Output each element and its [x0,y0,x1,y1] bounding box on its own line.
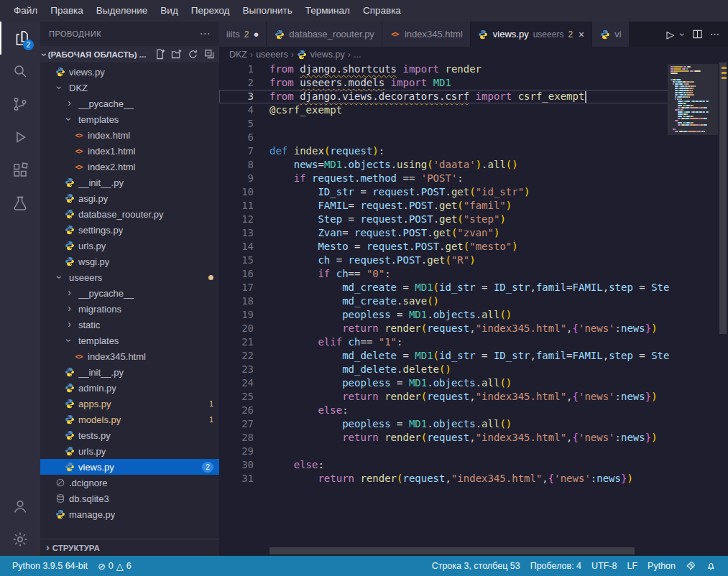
activity-item-settings[interactable] [0,523,40,556]
tree-item-useeers[interactable]: ›useeers [40,269,219,285]
cursor-position-status[interactable]: Строка 3, столбец 53 [427,556,525,576]
refresh-icon[interactable] [188,49,198,60]
tree-item-wsgi.py[interactable]: wsgi.py [40,254,219,269]
activity-item-testing[interactable] [0,187,40,220]
tab-database_roouter.py[interactable]: database_roouter.py [267,22,382,47]
tab-close-icon[interactable]: × [579,29,584,40]
tree-item-urls.py[interactable]: urls.py [40,443,219,459]
tree-item-.dcignore[interactable]: .dcignore [40,475,219,491]
code-line-24[interactable]: 24 peopless = MD1.objects.all() [219,376,718,390]
tab-views.py[interactable]: views.pyuseeers2× [471,22,592,47]
code-line-4[interactable]: 4@csrf_exempt [219,103,718,117]
code-line-20[interactable]: 20 return render(request,"index345.html"… [219,322,718,335]
code-line-8[interactable]: 8 news=MD1.objects.using('daata').all() [219,158,718,172]
run-dropdown-icon[interactable]: › [678,32,688,36]
tab-vi[interactable]: vi [592,22,629,47]
breadcrumb-item-1[interactable]: useeers [256,50,287,60]
vertical-scrollbar-thumb[interactable] [719,62,727,334]
code-line-15[interactable]: 15 ch = request.POST.get("R") [219,254,718,267]
code-line-16[interactable]: 16 if ch== "0": [219,267,718,281]
activity-item-search[interactable] [0,55,40,88]
tree-item-settings.py[interactable]: settings.py [40,222,219,238]
menu-item-1[interactable]: Правка [44,0,90,22]
tree-item-templates[interactable]: ›templates [40,333,219,348]
new-folder-icon[interactable] [171,49,182,60]
activity-item-extensions[interactable] [0,154,40,187]
tree-item-index1.html[interactable]: <>index1.html [40,143,219,159]
tree-item-__init__.py[interactable]: __init__.py [40,175,219,190]
code-line-9[interactable]: 9 if request.method == 'POST': [219,172,718,185]
code-line-27[interactable]: 27 peopless = MD1.objects.all() [219,417,718,431]
tab-index345.html[interactable]: <>index345.html [382,22,471,47]
code-line-11[interactable]: 11 FAMIL= request.POST.get("famil") [219,199,718,213]
tree-item-asgi.py[interactable]: asgi.py [40,190,219,206]
tree-item-index.html[interactable]: <>index.html [40,127,219,143]
code-line-14[interactable]: 14 Mesto = request.POST.get("mesto") [219,240,718,254]
code-line-6[interactable]: 6 [219,131,718,144]
breadcrumb-item-0[interactable]: DKZ [229,50,247,60]
code-line-5[interactable]: 5 [219,117,718,131]
tree-item-admin.py[interactable]: admin.py [40,380,219,396]
menu-item-3[interactable]: Вид [154,0,184,22]
horizontal-scrollbar-thumb[interactable] [269,547,635,554]
python-interpreter-status[interactable]: Python 3.9.5 64-bit [7,556,93,576]
activity-item-explorer[interactable]: 2 [0,22,40,55]
tree-item-views.py[interactable]: views.py [40,64,219,80]
language-mode-status[interactable]: Python [642,556,681,576]
tree-item-views.py[interactable]: views.py2 [40,459,219,475]
tree-item-migrations[interactable]: ›migrations [40,301,219,317]
tree-item-db.sqlite3[interactable]: db.sqlite3 [40,491,219,506]
tree-item-manage.py[interactable]: manage.py [40,506,219,522]
tree-item-index345.html[interactable]: <>index345.html [40,348,219,364]
eol-status[interactable]: LF [622,556,642,576]
editor[interactable]: 1from django.shortcuts import render2fro… [219,62,728,556]
tree-item-database_roouter.py[interactable]: database_roouter.py [40,206,219,222]
breadcrumb-item-2[interactable]: views.py [297,50,345,60]
problems-status[interactable]: ⊘ 0 △ 6 [93,556,137,576]
menu-item-0[interactable]: Файл [7,0,44,22]
tree-item-DKZ[interactable]: ›DKZ [40,80,219,96]
code-line-28[interactable]: 28 return render(request,"index345.html"… [219,431,718,445]
tree-item-models.py[interactable]: models.py1 [40,412,219,427]
code-line-21[interactable]: 21 elif ch== "1": [219,335,718,349]
code-line-31[interactable]: 31 return render(request,"index345.html"… [219,472,718,486]
tree-item-apps.py[interactable]: apps.py1 [40,396,219,412]
code-line-23[interactable]: 23 md_delete.delete() [219,363,718,376]
code-line-18[interactable]: 18 md_create.save() [219,294,718,308]
tree-item-static[interactable]: ›static [40,317,219,333]
tree-item-__pycache__[interactable]: ›__pycache__ [40,96,219,111]
code-line-12[interactable]: 12 Step = request.POST.get("step") [219,213,718,226]
workspace-section-header[interactable]: › (РАБОЧАЯ ОБЛАСТЬ) ... [40,46,219,62]
tab-iiits[interactable]: iiits2● [219,22,267,47]
code-line-17[interactable]: 17 md_create = MD1(id_str = ID_str,famil… [219,281,718,294]
collapse-all-icon[interactable] [204,49,215,60]
menu-item-4[interactable]: Переход [185,0,236,22]
tree-item-urls.py[interactable]: urls.py [40,238,219,254]
tree-item-tests.py[interactable]: tests.py [40,427,219,443]
code-area[interactable]: 1from django.shortcuts import render2fro… [219,62,718,546]
code-line-19[interactable]: 19 peopless = MD1.objects.all() [219,308,718,322]
code-line-30[interactable]: 30 else: [219,458,718,472]
vertical-scrollbar[interactable] [718,62,728,556]
more-actions-button[interactable]: ⋯ [710,29,719,40]
code-line-3[interactable]: 3from django.views.decorators.csrf impor… [219,90,718,103]
menu-item-2[interactable]: Выделение [90,0,155,22]
code-line-29[interactable]: 29 [219,445,718,458]
new-file-icon[interactable] [155,49,165,60]
split-editor-icon[interactable] [692,29,703,40]
indentation-status[interactable]: Пробелов: 4 [525,556,586,576]
code-line-10[interactable]: 10 ID_str = request.POST.get("id_str") [219,185,718,199]
tree-item-__init__.py[interactable]: __init__.py [40,364,219,380]
menu-item-7[interactable]: Справка [356,0,407,22]
sidebar-more-actions-button[interactable]: ⋯ [200,27,211,40]
pylance-rocket-icon[interactable] [681,556,701,576]
code-line-22[interactable]: 22 md_delete = MD1(id_str = ID_str,famil… [219,349,718,363]
activity-item-account[interactable] [0,490,40,523]
activity-item-source-control[interactable] [0,88,40,121]
minimap[interactable] [668,64,718,135]
encoding-status[interactable]: UTF-8 [586,556,622,576]
code-line-1[interactable]: 1from django.shortcuts import render [219,62,718,76]
code-line-26[interactable]: 26 else: [219,404,718,417]
code-line-25[interactable]: 25 return render(request,"index345.html"… [219,390,718,404]
tree-item-__pycache__[interactable]: ›__pycache__ [40,285,219,301]
